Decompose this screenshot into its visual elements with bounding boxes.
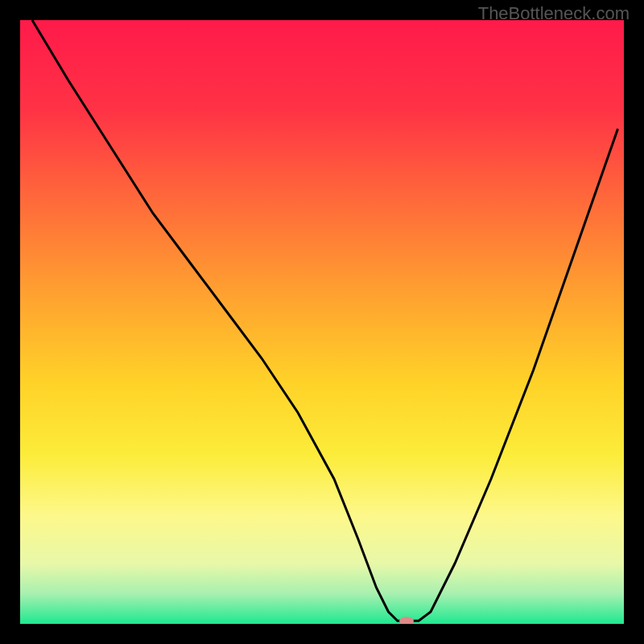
watermark-text: TheBottleneck.com xyxy=(478,3,630,24)
gradient-background xyxy=(20,20,624,624)
bottleneck-chart xyxy=(20,20,624,624)
chart-plot-area xyxy=(20,20,624,624)
